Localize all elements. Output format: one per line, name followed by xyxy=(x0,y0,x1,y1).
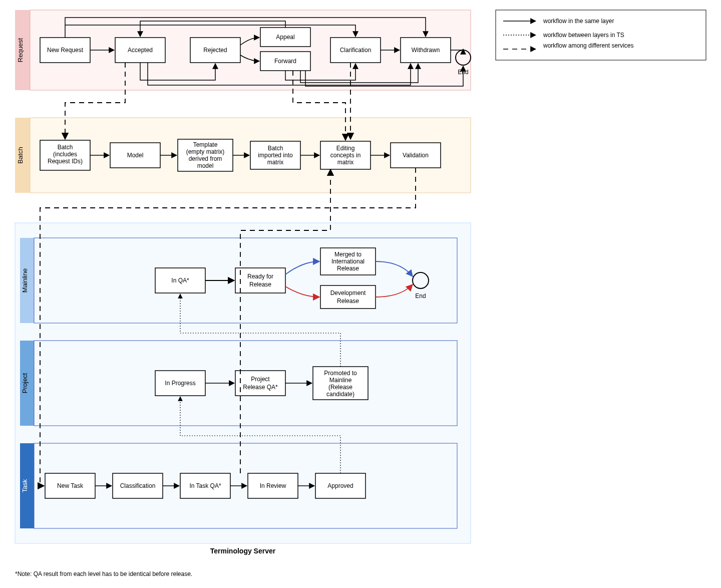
svg-text:Development: Development xyxy=(330,289,366,297)
svg-text:In Progress: In Progress xyxy=(165,380,195,387)
lane-request-label: Request xyxy=(17,38,24,62)
footnote: *Note: QA result from each level has to … xyxy=(15,570,192,577)
node-promoted: Promoted to Mainline (Release candidate) xyxy=(313,367,368,400)
svg-text:Forward: Forward xyxy=(274,58,296,65)
node-model: Model xyxy=(110,143,160,168)
svg-text:Clarification: Clarification xyxy=(340,47,372,54)
svg-text:model: model xyxy=(197,162,214,169)
node-inqa: In QA* xyxy=(155,268,205,293)
node-batch-imported: Batch imported into matrix xyxy=(250,141,300,169)
node-batch: Batch (includes Request IDs) xyxy=(40,140,90,170)
node-merged-intl: Merged to International Release xyxy=(320,248,376,275)
lane-task-label: Task xyxy=(21,479,29,492)
svg-text:(includes: (includes xyxy=(53,151,77,158)
node-withdrawn: Withdrawn xyxy=(401,38,451,63)
node-approved: Approved xyxy=(315,473,366,498)
svg-text:Batch: Batch xyxy=(268,145,283,152)
svg-text:Rejected: Rejected xyxy=(203,47,227,54)
terminology-server-label: Terminology Server xyxy=(210,547,276,555)
svg-text:(Release: (Release xyxy=(328,384,352,391)
svg-text:Request IDs): Request IDs) xyxy=(48,158,83,165)
svg-rect-67 xyxy=(235,371,285,396)
svg-text:matrix: matrix xyxy=(267,159,284,166)
svg-text:(empty matrix): (empty matrix) xyxy=(186,148,225,155)
svg-text:imported into: imported into xyxy=(258,152,293,159)
svg-text:Withdrawn: Withdrawn xyxy=(412,47,440,54)
svg-text:Classification: Classification xyxy=(120,482,156,489)
svg-text:In QA*: In QA* xyxy=(171,277,189,284)
svg-text:Release: Release xyxy=(337,298,359,305)
node-project-qa: Project Release QA* xyxy=(235,371,285,396)
svg-text:End: End xyxy=(415,292,426,300)
node-appeal: Appeal xyxy=(260,28,310,47)
svg-text:Appeal: Appeal xyxy=(276,34,294,41)
svg-text:Model: Model xyxy=(127,152,144,159)
node-rejected: Rejected xyxy=(190,38,240,63)
node-intaskqa: In Task QA* xyxy=(180,473,230,498)
node-forward: Forward xyxy=(260,52,310,71)
legend-same: workflow in the same layer xyxy=(543,18,614,25)
lane-mainline-label: Mainline xyxy=(21,268,29,292)
svg-text:New Request: New Request xyxy=(47,47,84,54)
svg-text:Accepted: Accepted xyxy=(128,47,153,54)
svg-text:Release QA*: Release QA* xyxy=(243,384,278,391)
legend-between: workflow between layers in TS xyxy=(543,32,624,39)
lane-project-label: Project xyxy=(21,373,29,393)
svg-text:Promoted to: Promoted to xyxy=(324,370,357,377)
node-ready-for-release: Ready for Release xyxy=(235,268,285,293)
node-clarification: Clarification xyxy=(330,38,381,63)
svg-text:candidate): candidate) xyxy=(326,391,354,398)
node-validation: Validation xyxy=(391,143,441,168)
node-inprogress: In Progress xyxy=(155,371,205,396)
svg-text:Release: Release xyxy=(337,265,359,272)
node-classification: Classification xyxy=(113,473,163,498)
svg-text:Batch: Batch xyxy=(58,144,73,151)
svg-rect-57 xyxy=(320,285,376,309)
lane-batch-label: Batch xyxy=(17,147,24,163)
svg-text:Merged to: Merged to xyxy=(334,251,362,258)
svg-text:New Task: New Task xyxy=(57,482,84,489)
svg-text:Validation: Validation xyxy=(403,152,429,159)
svg-text:Ready for: Ready for xyxy=(247,273,273,280)
svg-text:In Task QA*: In Task QA* xyxy=(189,482,221,489)
svg-rect-50 xyxy=(235,268,285,293)
node-accepted: Accepted xyxy=(115,38,165,63)
legend-across-l1: workflow among different services xyxy=(543,42,634,49)
svg-text:Mainline: Mainline xyxy=(329,377,352,384)
node-new-task: New Task xyxy=(45,473,95,498)
node-dev-release: Development Release xyxy=(320,285,376,309)
svg-text:International: International xyxy=(331,258,365,265)
svg-text:Approved: Approved xyxy=(327,482,353,489)
svg-text:Template: Template xyxy=(193,141,218,148)
node-template: Template (empty matrix) derived from mod… xyxy=(178,139,233,171)
svg-text:derived from: derived from xyxy=(189,155,222,162)
svg-text:concepts in: concepts in xyxy=(330,152,361,159)
svg-text:matrix: matrix xyxy=(337,159,354,166)
svg-text:In Review: In Review xyxy=(260,482,286,489)
svg-text:Release: Release xyxy=(249,281,271,288)
node-new-request: New Request xyxy=(40,38,90,63)
node-editing: Editing concepts in matrix xyxy=(320,141,371,169)
svg-text:Project: Project xyxy=(251,376,270,383)
svg-text:Editing: Editing xyxy=(336,145,355,152)
legend: workflow in the same layer workflow betw… xyxy=(496,10,706,60)
node-inreview: In Review xyxy=(248,473,298,498)
